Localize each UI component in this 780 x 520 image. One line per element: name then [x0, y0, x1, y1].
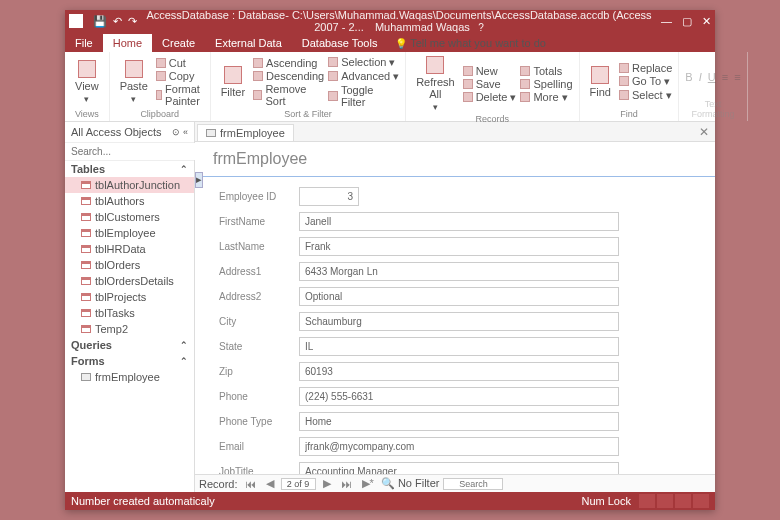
tab-create[interactable]: Create [152, 34, 205, 52]
more-button[interactable]: More ▾ [520, 91, 572, 104]
tab-home[interactable]: Home [103, 34, 152, 52]
close-button[interactable]: ✕ [702, 15, 711, 28]
nav-group-queries[interactable]: Queries⌃ [65, 337, 194, 353]
next-record-button[interactable]: ▶ [320, 477, 334, 490]
remove-sort-button[interactable]: Remove Sort [253, 83, 324, 107]
lastname-field[interactable] [299, 237, 619, 256]
delete-button[interactable]: Delete ▾ [463, 91, 517, 104]
label-last: LastName [219, 241, 299, 252]
tab-external-data[interactable]: External Data [205, 34, 292, 52]
maximize-button[interactable]: ▢ [682, 15, 692, 28]
ascending-button[interactable]: Ascending [253, 57, 324, 69]
copy-button[interactable]: Copy [156, 70, 204, 82]
new-button[interactable]: New [463, 65, 517, 77]
asc-icon [253, 58, 263, 68]
layout-view-button[interactable] [675, 494, 691, 508]
advanced-button[interactable]: Advanced ▾ [328, 70, 399, 83]
table-item-projects[interactable]: tblProjects [65, 289, 194, 305]
document-tabs: frmEmployee ✕ [195, 122, 715, 142]
tab-file[interactable]: File [65, 34, 103, 52]
minimize-button[interactable]: — [661, 15, 672, 27]
nav-search [65, 143, 194, 161]
align-left-button[interactable]: ≡ [722, 71, 728, 83]
jobtitle-field[interactable] [299, 462, 619, 474]
recnav-label: Record: [199, 478, 238, 490]
workspace: All Access Objects⊙ « Tables⌃ tblAuthorJ… [65, 122, 715, 492]
desc-icon [253, 71, 263, 81]
group-title-sortfilter: Sort & Filter [217, 109, 399, 119]
table-item-orders[interactable]: tblOrders [65, 257, 194, 273]
undo-icon[interactable]: ↶ [113, 15, 122, 28]
record-selector[interactable]: ▸ [195, 172, 203, 188]
label-addr2: Address2 [219, 291, 299, 302]
new-icon [463, 66, 473, 76]
form-item-frmemployee[interactable]: frmEmployee [65, 369, 194, 385]
record-search-input[interactable] [443, 478, 503, 490]
table-item-hrdata[interactable]: tblHRData [65, 241, 194, 257]
view-button[interactable]: View▾ [71, 58, 103, 106]
italic-button[interactable]: I [699, 71, 702, 83]
descending-button[interactable]: Descending [253, 70, 324, 82]
doc-close-button[interactable]: ✕ [693, 123, 715, 141]
email-field[interactable] [299, 437, 619, 456]
cut-button[interactable]: Cut [156, 57, 204, 69]
record-position-input[interactable] [281, 478, 316, 490]
table-item-tasks[interactable]: tblTasks [65, 305, 194, 321]
save-button[interactable]: Save [463, 78, 517, 90]
save-icon[interactable]: 💾 [93, 15, 107, 28]
tell-me-input[interactable]: 💡 Tell me what you want to do [387, 34, 554, 52]
prev-record-button[interactable]: ◀ [263, 477, 277, 490]
selection-button[interactable]: Selection ▾ [328, 56, 399, 69]
refresh-button[interactable]: Refresh All▾ [412, 54, 459, 114]
address2-field[interactable] [299, 287, 619, 306]
table-icon [81, 309, 91, 317]
city-field[interactable] [299, 312, 619, 331]
table-item-orders-details[interactable]: tblOrdersDetails [65, 273, 194, 289]
redo-icon[interactable]: ↷ [128, 15, 137, 28]
select-button[interactable]: Select ▾ [619, 89, 672, 102]
search-input[interactable] [65, 143, 204, 160]
label-addr1: Address1 [219, 266, 299, 277]
zip-field[interactable] [299, 362, 619, 381]
employee-id-field[interactable] [299, 187, 359, 206]
table-item-customers[interactable]: tblCustomers [65, 209, 194, 225]
find-button[interactable]: Find [586, 64, 615, 100]
first-record-button[interactable]: ⏮ [242, 478, 259, 490]
goto-button[interactable]: Go To ▾ [619, 75, 672, 88]
label-email: Email [219, 441, 299, 452]
address1-field[interactable] [299, 262, 619, 281]
new-record-button[interactable]: ▶* [359, 477, 377, 490]
phonetype-field[interactable] [299, 412, 619, 431]
align-center-button[interactable]: ≡ [734, 71, 740, 83]
bold-button[interactable]: B [685, 71, 692, 83]
table-item-author-junction[interactable]: tblAuthorJunction [65, 177, 194, 193]
table-item-employee[interactable]: tblEmployee [65, 225, 194, 241]
no-filter-label: 🔍 No Filter [381, 477, 440, 490]
doc-tab-frmemployee[interactable]: frmEmployee [197, 124, 294, 141]
form-view-button[interactable] [639, 494, 655, 508]
toggle-filter-button[interactable]: Toggle Filter [328, 84, 399, 108]
datasheet-view-button[interactable] [657, 494, 673, 508]
form-view: ▸ frmEmployee Employee ID FirstName Last… [195, 142, 715, 474]
last-record-button[interactable]: ⏭ [338, 478, 355, 490]
paste-button[interactable]: Paste▾ [116, 58, 152, 106]
firstname-field[interactable] [299, 212, 619, 231]
phone-field[interactable] [299, 387, 619, 406]
state-field[interactable] [299, 337, 619, 356]
nav-group-tables[interactable]: Tables⌃ [65, 161, 194, 177]
nav-group-forms[interactable]: Forms⌃ [65, 353, 194, 369]
replace-button[interactable]: Replace [619, 62, 672, 74]
filter-button[interactable]: Filter [217, 64, 249, 100]
totals-button[interactable]: Totals [520, 65, 572, 77]
tab-database-tools[interactable]: Database Tools [292, 34, 388, 52]
ribbon-group-clipboard: Paste▾ Cut Copy Format Painter Clipboard [110, 52, 211, 121]
design-view-button[interactable] [693, 494, 709, 508]
form-icon [81, 373, 91, 381]
nav-header[interactable]: All Access Objects⊙ « [65, 122, 194, 143]
underline-button[interactable]: U [708, 71, 716, 83]
format-painter-button[interactable]: Format Painter [156, 83, 204, 107]
label-empid: Employee ID [219, 191, 299, 202]
table-item-temp2[interactable]: Temp2 [65, 321, 194, 337]
table-item-authors[interactable]: tblAuthors [65, 193, 194, 209]
spelling-button[interactable]: Spelling [520, 78, 572, 90]
